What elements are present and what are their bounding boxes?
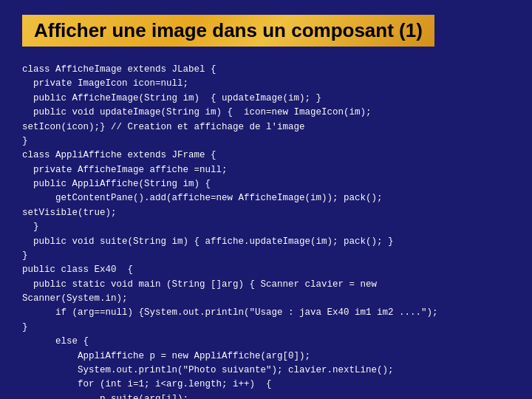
code-line-1: class AfficheImage extends JLabel { priv… bbox=[22, 64, 438, 399]
slide-title: Afficher une image dans un composant (1) bbox=[34, 19, 423, 42]
slide: Afficher une image dans un composant (1)… bbox=[0, 0, 532, 399]
title-container: Afficher une image dans un composant (1) bbox=[22, 15, 434, 47]
code-block: class AfficheImage extends JLabel { priv… bbox=[22, 60, 510, 399]
